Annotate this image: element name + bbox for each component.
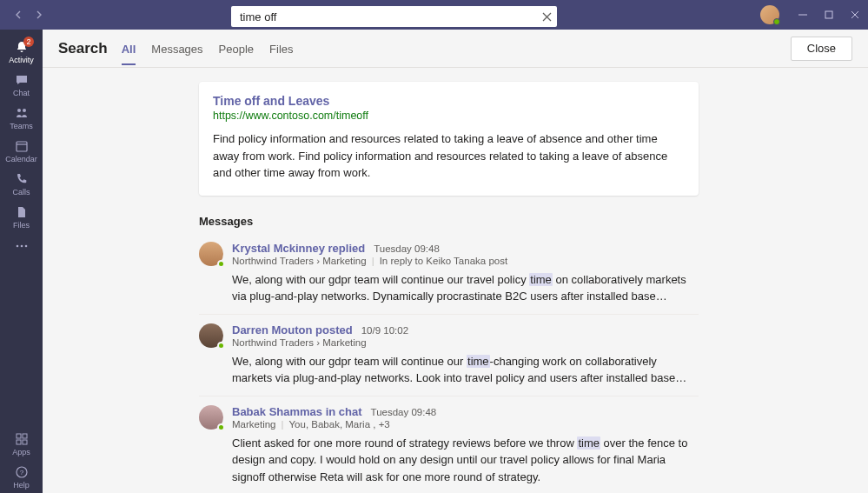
messages-section-title: Messages <box>199 215 699 228</box>
maximize-icon <box>825 10 833 19</box>
chevron-left-icon <box>14 10 23 19</box>
rail-apps[interactable]: Apps <box>0 427 43 460</box>
presence-available-icon <box>217 260 225 268</box>
rail-label: Files <box>13 221 30 230</box>
highlight: time <box>467 355 490 368</box>
maximize-button[interactable] <box>816 0 842 30</box>
presence-available-icon <box>217 342 225 350</box>
close-button[interactable]: Close <box>791 37 852 61</box>
svg-point-1 <box>17 109 21 112</box>
back-button[interactable] <box>10 7 26 23</box>
tab-files[interactable]: Files <box>269 32 293 64</box>
window-controls <box>760 0 868 30</box>
message-preview: Client asked for one more round of strat… <box>232 435 699 486</box>
svg-rect-7 <box>17 434 21 438</box>
message-timestamp: 10/9 10:02 <box>361 325 408 336</box>
close-icon <box>542 12 552 22</box>
tab-messages[interactable]: Messages <box>151 32 202 64</box>
svg-point-5 <box>20 245 23 248</box>
profile-avatar[interactable] <box>760 5 779 24</box>
message-result[interactable]: Babak Shammas in chat Tuesday 09:48 Mark… <box>199 396 699 494</box>
message-location: Northwind Traders › Marketing <box>232 256 367 266</box>
search-input[interactable] <box>231 10 536 23</box>
rail-help[interactable]: ? Help <box>0 460 43 493</box>
rail-label: Apps <box>12 448 30 456</box>
rail-more[interactable] <box>0 233 43 259</box>
app-rail: 2 Activity Chat Teams Calendar Calls Fil… <box>0 30 43 493</box>
titlebar <box>0 0 868 30</box>
rail-label: Activity <box>9 56 34 64</box>
message-context: You, Babak, Maria , +3 <box>289 419 390 430</box>
phone-icon <box>14 171 30 187</box>
message-preview: We, along with our gdpr team will contin… <box>232 271 699 305</box>
promoted-title[interactable]: Time off and Leaves <box>213 94 685 108</box>
nav-history <box>10 7 47 23</box>
highlight: time <box>529 273 553 286</box>
rail-label: Help <box>13 481 30 490</box>
minimize-icon <box>798 10 807 19</box>
search-clear-button[interactable] <box>536 6 557 27</box>
svg-rect-3 <box>17 142 27 151</box>
chevron-right-icon <box>35 10 43 19</box>
close-window-button[interactable] <box>842 0 868 30</box>
message-author: Babak Shammas in chat <box>232 405 362 418</box>
promoted-url[interactable]: https://www.contoso.com/timeoff <box>213 110 685 122</box>
message-author: Darren Mouton posted <box>232 323 353 336</box>
message-context: In reply to Keiko Tanaka post <box>380 256 507 266</box>
svg-rect-0 <box>825 11 832 18</box>
rail-calls[interactable]: Calls <box>0 167 43 200</box>
svg-point-2 <box>23 109 26 112</box>
calendar-icon <box>14 138 30 154</box>
search-box[interactable] <box>231 6 557 27</box>
svg-rect-10 <box>23 440 27 444</box>
apps-icon <box>14 431 30 447</box>
rail-label: Teams <box>10 122 33 130</box>
message-timestamp: Tuesday 09:48 <box>371 407 437 417</box>
author-avatar <box>199 242 223 266</box>
message-author: Krystal Mckinney replied <box>232 242 365 255</box>
svg-text:?: ? <box>19 469 23 476</box>
message-location: Marketing <box>232 419 276 430</box>
teams-icon <box>14 105 30 121</box>
results-scroll[interactable]: Time off and Leaves https://www.contoso.… <box>43 68 868 493</box>
forward-button[interactable] <box>31 7 47 23</box>
file-icon <box>14 204 30 220</box>
tab-all[interactable]: All <box>122 32 136 64</box>
svg-point-6 <box>24 245 27 248</box>
message-location: Northwind Traders › Marketing <box>232 337 367 348</box>
filter-tabs: All Messages People Files <box>122 32 294 64</box>
rail-label: Calendar <box>5 155 37 163</box>
close-icon <box>851 10 859 19</box>
rail-files[interactable]: Files <box>0 200 43 233</box>
author-avatar <box>199 323 223 348</box>
message-preview: We, along with our gdpr team will contin… <box>232 353 699 387</box>
svg-point-4 <box>16 245 18 248</box>
message-timestamp: Tuesday 09:48 <box>374 243 440 254</box>
highlight: time <box>577 436 600 450</box>
help-icon: ? <box>14 464 30 480</box>
message-result[interactable]: Krystal Mckinney replied Tuesday 09:48 N… <box>199 233 699 315</box>
rail-chat[interactable]: Chat <box>0 68 43 101</box>
promoted-result-card[interactable]: Time off and Leaves https://www.contoso.… <box>199 82 699 196</box>
activity-badge: 2 <box>23 37 34 47</box>
promoted-description: Find policy information and resources re… <box>213 130 685 182</box>
presence-available-icon <box>773 18 780 25</box>
author-avatar <box>199 405 223 430</box>
presence-available-icon <box>217 423 225 431</box>
rail-label: Chat <box>13 89 30 97</box>
rail-calendar[interactable]: Calendar <box>0 134 43 167</box>
rail-activity[interactable]: 2 Activity <box>0 35 43 68</box>
more-icon <box>16 244 28 248</box>
minimize-button[interactable] <box>790 0 816 30</box>
search-results-pane: Search All Messages People Files Close T… <box>43 30 868 493</box>
chat-icon <box>14 72 30 88</box>
rail-label: Calls <box>12 188 30 197</box>
tab-people[interactable]: People <box>219 32 254 64</box>
svg-rect-9 <box>17 440 21 444</box>
message-result[interactable]: Darren Mouton posted 10/9 10:02 Northwin… <box>199 315 699 396</box>
page-title: Search <box>58 40 108 57</box>
results-header: Search All Messages People Files Close <box>43 30 868 68</box>
rail-teams[interactable]: Teams <box>0 101 43 134</box>
svg-rect-8 <box>23 434 27 438</box>
